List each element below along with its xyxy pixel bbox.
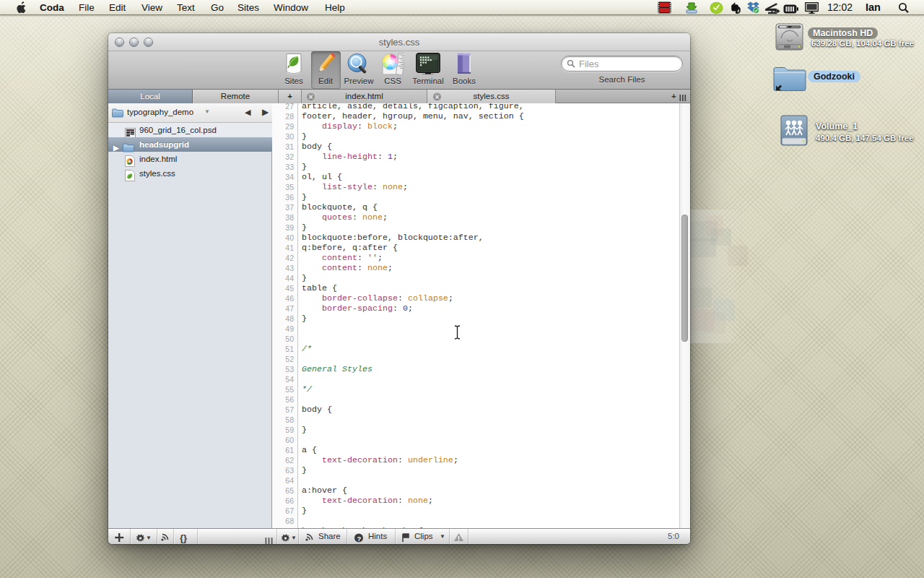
- svg-text:{}: {}: [180, 532, 187, 543]
- svg-text:?: ?: [357, 535, 362, 543]
